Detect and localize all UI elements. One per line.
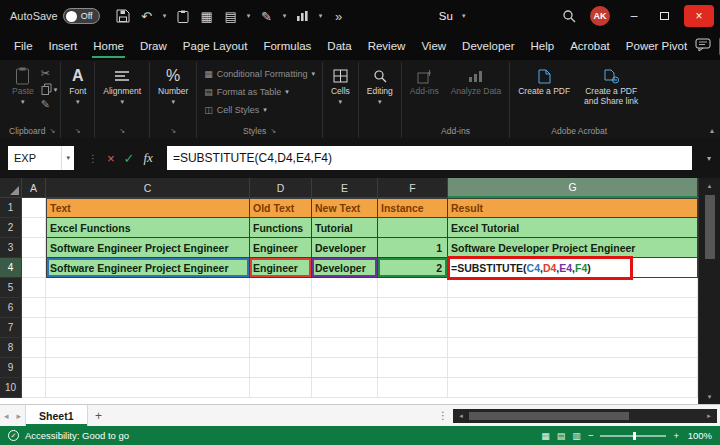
table-style-caret-icon[interactable]: ▾ xyxy=(244,12,254,20)
cell-C9[interactable] xyxy=(46,358,250,378)
scroll-down-icon[interactable]: ▾ xyxy=(699,389,720,404)
cell-D3[interactable]: Engineer xyxy=(250,238,312,258)
menu-item-power-pivot[interactable]: Power Pivot xyxy=(618,33,695,59)
clipboard-icon[interactable] xyxy=(172,4,194,28)
analyze-data-button[interactable]: Analyze Data xyxy=(446,63,507,97)
add-sheet-button[interactable]: + xyxy=(88,409,110,423)
column-header-d[interactable]: D xyxy=(250,178,312,198)
cell-E6[interactable] xyxy=(312,298,378,318)
table-style-icon[interactable]: ▤ xyxy=(220,4,242,28)
search-icon[interactable] xyxy=(558,4,580,28)
cell-C2[interactable]: Excel Functions xyxy=(46,218,250,238)
styles-dialog-launcher-icon[interactable]: ↘ xyxy=(270,127,276,135)
format-painter-mini-icon[interactable]: ✎ xyxy=(41,99,58,110)
addins-button[interactable]: Add-ins xyxy=(405,63,444,97)
chart-caret-icon[interactable]: ▾ xyxy=(316,12,326,20)
cell-G9[interactable] xyxy=(448,358,698,378)
qat-overflow-icon[interactable]: » xyxy=(328,4,350,28)
cell-G7[interactable] xyxy=(448,318,698,338)
cell-A1[interactable] xyxy=(22,198,46,218)
table-icon[interactable]: ▦ xyxy=(196,4,218,28)
normal-view-icon[interactable]: ▦ xyxy=(541,431,550,441)
cell-G6[interactable] xyxy=(448,298,698,318)
formula-bar-expand-icon[interactable]: ▾ xyxy=(698,154,720,163)
menu-item-formulas[interactable]: Formulas xyxy=(255,33,319,59)
cell-F1[interactable]: Instance xyxy=(378,198,448,218)
row-header-6[interactable]: 6 xyxy=(0,298,22,318)
cell-F4[interactable]: 2 xyxy=(378,258,448,278)
scroll-left-icon[interactable]: ◂ xyxy=(453,412,469,420)
autosave-switch[interactable]: Off xyxy=(63,8,100,24)
cell-C1[interactable]: Text xyxy=(46,198,250,218)
tab-bar-dots-icon[interactable]: ⋮ xyxy=(433,410,453,421)
cell-D7[interactable] xyxy=(250,318,312,338)
cell-F3[interactable]: 1 xyxy=(378,238,448,258)
zoom-level[interactable]: 100% xyxy=(686,430,712,441)
cell-A8[interactable] xyxy=(22,338,46,358)
row-header-8[interactable]: 8 xyxy=(0,338,22,358)
alignment-dialog-launcher-icon[interactable]: ↘ xyxy=(119,127,125,135)
cell-F2[interactable] xyxy=(378,218,448,238)
row-header-5[interactable]: 5 xyxy=(0,278,22,298)
cell-E4[interactable]: Developer xyxy=(312,258,378,278)
cell-G3[interactable]: Software Developer Project Engineer xyxy=(448,238,698,258)
menu-item-review[interactable]: Review xyxy=(360,33,414,59)
format-painter-caret-icon[interactable]: ▾ xyxy=(280,12,290,20)
format-painter-icon[interactable]: ✎ xyxy=(256,4,278,28)
chart-icon[interactable] xyxy=(292,4,314,28)
cell-F9[interactable] xyxy=(378,358,448,378)
page-break-view-icon[interactable]: ▥ xyxy=(572,431,581,441)
cell-A5[interactable] xyxy=(22,278,46,298)
clipboard-dialog-launcher-icon[interactable]: ↘ xyxy=(49,127,55,135)
cell-D5[interactable] xyxy=(250,278,312,298)
cell-D9[interactable] xyxy=(250,358,312,378)
menu-item-help[interactable]: Help xyxy=(523,33,563,59)
menu-item-view[interactable]: View xyxy=(413,33,454,59)
alignment-button[interactable]: Alignment ▾ xyxy=(98,63,146,106)
vertical-scrollbar[interactable]: ▴ ▾ xyxy=(698,178,720,404)
save-icon[interactable] xyxy=(112,4,134,28)
row-header-9[interactable]: 9 xyxy=(0,358,22,378)
column-header-f[interactable]: F xyxy=(378,178,448,198)
cells-button[interactable]: Cells ▾ xyxy=(326,63,355,106)
format-as-table-button[interactable]: ▤ Format as Table ▾ xyxy=(200,84,319,100)
menu-item-page-layout[interactable]: Page Layout xyxy=(175,33,256,59)
cell-A6[interactable] xyxy=(22,298,46,318)
collapse-ribbon-icon[interactable]: ▴ xyxy=(710,126,714,135)
copy-icon[interactable]: ▾ xyxy=(41,83,58,95)
conditional-formatting-button[interactable]: ▦ Conditional Formatting ▾ xyxy=(200,66,319,82)
cancel-entry-icon[interactable]: × xyxy=(107,151,115,166)
confirm-entry-icon[interactable]: ✓ xyxy=(124,151,135,166)
cell-G4[interactable]: =SUBSTITUTE(C4,D4,E4,F4) xyxy=(448,258,698,278)
cut-icon[interactable]: ✂ xyxy=(41,68,58,79)
cell-A10[interactable] xyxy=(22,378,46,398)
cell-D8[interactable] xyxy=(250,338,312,358)
formula-input[interactable]: =SUBSTITUTE(C4,D4,E4,F4) xyxy=(167,146,692,170)
comments-icon[interactable] xyxy=(695,38,711,54)
cell-styles-button[interactable]: ◫ Cell Styles ▾ xyxy=(200,102,319,118)
cell-F6[interactable] xyxy=(378,298,448,318)
document-title[interactable]: Su ▾ xyxy=(439,10,469,22)
cell-E2[interactable]: Tutorial xyxy=(312,218,378,238)
cell-G2[interactable]: Excel Tutorial xyxy=(448,218,698,238)
paste-button[interactable]: Paste ▾ xyxy=(7,63,39,106)
tab-sheet1[interactable]: Sheet1 xyxy=(25,405,87,426)
column-header-a[interactable]: A xyxy=(22,178,46,198)
minimize-button[interactable]: – xyxy=(620,4,648,28)
menu-item-file[interactable]: File xyxy=(6,33,41,59)
accessibility-status[interactable]: Accessibility: Good to go xyxy=(25,430,129,441)
cell-D10[interactable] xyxy=(250,378,312,398)
vertical-scrollbar-thumb[interactable] xyxy=(705,195,715,259)
zoom-out-button[interactable]: − xyxy=(588,430,594,441)
editing-button[interactable]: Editing ▾ xyxy=(362,63,398,106)
cell-A9[interactable] xyxy=(22,358,46,378)
zoom-slider-thumb[interactable] xyxy=(633,432,636,440)
insert-function-icon[interactable]: fx xyxy=(144,150,153,166)
font-dialog-launcher-icon[interactable]: ↘ xyxy=(75,127,81,135)
number-dialog-launcher-icon[interactable]: ↘ xyxy=(170,127,176,135)
avatar[interactable]: AK xyxy=(590,6,610,26)
zoom-in-button[interactable]: + xyxy=(673,430,679,441)
close-button[interactable]: × xyxy=(684,5,714,27)
row-header-4[interactable]: 4 xyxy=(0,258,22,278)
cell-C8[interactable] xyxy=(46,338,250,358)
